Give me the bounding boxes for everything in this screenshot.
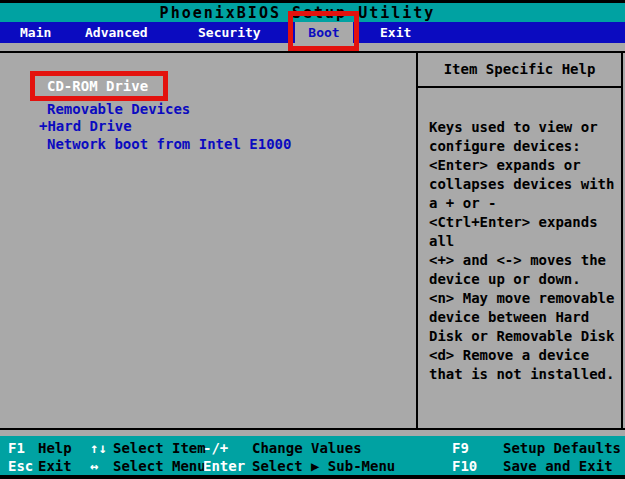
main-top-border [0,51,625,53]
help-line: collapses devices with [429,177,614,192]
key-esc-label: Exit [38,458,72,474]
key-minusplus: -/+ [203,440,228,456]
key-esc: Esc [8,458,33,474]
bottom-black-strip [0,475,625,479]
help-line: Disk or Removable Disk [429,329,614,344]
key-enter-label: Select ▶ Sub-Menu [252,458,395,474]
key-f10-label: Save and Exit [503,458,613,474]
key-f1: F1 [8,440,25,456]
help-line: device between Hard [429,310,589,325]
help-line: all [429,234,454,249]
help-line: that is not installed. [429,367,614,382]
key-f9: F9 [452,440,469,456]
help-line: device up or down. [429,272,581,287]
key-legend-bar: F1 Help ↑↓ Select Item -/+ Change Values… [0,436,625,475]
help-panel-title: Item Specific Help [418,61,621,77]
key-leftright-label: Select Menu [113,458,206,474]
help-line: <Enter> expands or [429,158,581,173]
help-line: <d> Remove a device [429,348,589,363]
key-enter: Enter [203,458,245,474]
annotation-box-boot-tab [288,11,359,51]
menu-tab-security[interactable]: Security [198,22,261,43]
key-leftright-icon: ↔ [90,458,98,474]
help-line: Keys used to view or [429,120,598,135]
key-f9-label: Setup Defaults [503,440,621,456]
key-minusplus-label: Change Values [252,440,362,456]
help-line: configure devices: [429,139,581,154]
key-f10: F10 [452,458,477,474]
key-f1-label: Help [38,440,72,456]
main-bottom-border [0,428,625,430]
key-updown-label: Select Item [113,440,206,456]
help-line: <n> May move removable [429,291,614,306]
annotation-box-cdrom-item [30,71,168,101]
help-header-separator [418,86,621,88]
help-line: <+> and <-> moves the [429,253,606,268]
panel-divider [416,51,418,430]
menu-tab-advanced[interactable]: Advanced [85,22,148,43]
key-updown-icon: ↑↓ [90,440,107,456]
menu-tab-exit[interactable]: Exit [380,22,411,43]
bios-setup-screen: PhoenixBIOS Setup Utility Main Advanced … [0,0,625,479]
boot-item-network-boot[interactable]: Network boot from Intel E1000 [47,137,291,152]
boot-item-hard-drive[interactable]: +Hard Drive [39,119,132,134]
menu-tab-main[interactable]: Main [20,22,51,43]
help-right-border [621,51,623,430]
help-line: <Ctrl+Enter> expands [429,215,598,230]
boot-item-removable-devices[interactable]: Removable Devices [47,102,190,117]
help-line: a + or - [429,196,496,211]
